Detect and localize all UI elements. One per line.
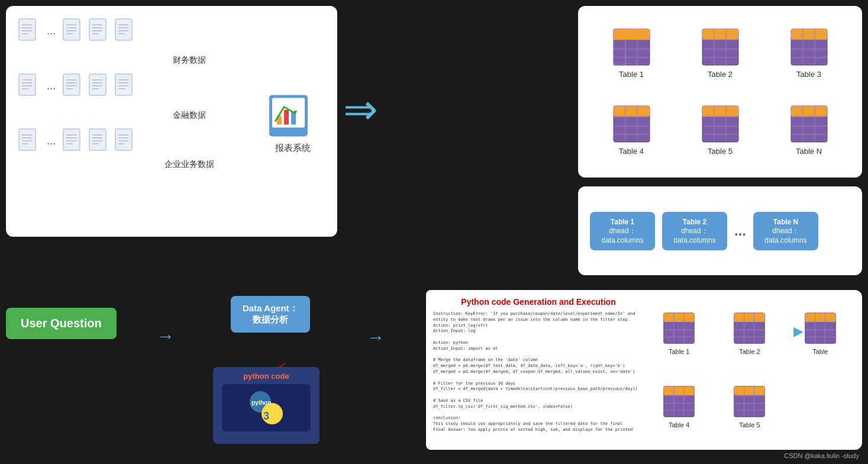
doc-icon bbox=[62, 128, 85, 154]
schema-card-n-subtitle: dhead： data.columns bbox=[761, 226, 810, 244]
svg-rect-25 bbox=[63, 74, 80, 95]
svg-rect-131 bbox=[805, 312, 836, 321]
data-agent-box: Data Agent： 数据分析 bbox=[231, 296, 310, 333]
table-item-2: Table 2 bbox=[701, 28, 740, 79]
svg-rect-117 bbox=[664, 312, 695, 321]
table-n-label: Table N bbox=[796, 147, 822, 156]
data-row-finance: ... bbox=[18, 18, 325, 44]
ellipsis: ... bbox=[47, 80, 56, 92]
schema-panel: Table 1 dhead： data.columns Table 2 dhea… bbox=[578, 186, 862, 275]
report-system: 报表系统 bbox=[266, 89, 320, 154]
table-item-4: Table 4 bbox=[612, 105, 651, 156]
schema-card-1-title: Table 1 bbox=[598, 218, 647, 226]
svg-rect-85 bbox=[791, 29, 827, 40]
svg-rect-40 bbox=[19, 129, 36, 150]
biz-label: 企业业务数据 bbox=[53, 159, 325, 170]
schema-card-n-title: Table N bbox=[761, 218, 810, 226]
doc-icon bbox=[62, 18, 85, 44]
data-agent-label: Data Agent： 数据分析 bbox=[243, 303, 298, 324]
result-table-item-5: Table 5 bbox=[733, 385, 766, 428]
table-2-label: Table 2 bbox=[708, 70, 733, 79]
svg-rect-35 bbox=[115, 74, 132, 95]
bottom-right-panel: Table 1 Table 2 ▶ Table bbox=[637, 290, 862, 450]
left-panel: ... 财务数据 ... 金融数据 ... 企业业务数据 bbox=[6, 6, 337, 237]
doc-icon bbox=[62, 73, 85, 99]
user-question-box: User Question bbox=[6, 308, 117, 339]
svg-rect-63 bbox=[284, 110, 289, 125]
finance-label: 财务数据 bbox=[53, 55, 325, 66]
doc-icon bbox=[88, 18, 111, 44]
table-item-n: Table N bbox=[790, 105, 828, 156]
python-logo-svg: python 3 bbox=[243, 387, 290, 428]
schema-ellipsis: ... bbox=[734, 223, 746, 239]
svg-text:python: python bbox=[251, 399, 271, 406]
agent-to-execution-arrow: → bbox=[367, 327, 385, 347]
table-3-label: Table 3 bbox=[796, 70, 821, 79]
table-icon-5 bbox=[701, 105, 740, 143]
svg-rect-78 bbox=[702, 29, 738, 40]
svg-rect-99 bbox=[702, 106, 738, 117]
user-to-agent-arrow: → bbox=[157, 327, 175, 345]
doc-icon bbox=[18, 128, 40, 154]
schema-card-2: Table 2 dhead： data.columns bbox=[662, 212, 727, 250]
svg-rect-106 bbox=[791, 106, 827, 117]
svg-rect-0 bbox=[19, 19, 36, 40]
schema-card-1-subtitle: dhead： data.columns bbox=[598, 226, 647, 244]
doc-icon bbox=[18, 73, 40, 99]
result-table-2-label: Table 2 bbox=[739, 348, 760, 355]
code-execution-panel: Python code Generation and Execution Ins… bbox=[426, 290, 651, 450]
table-item-3: Table 3 bbox=[790, 28, 828, 79]
python-code-label: python code bbox=[222, 372, 311, 381]
code-panel-title: Python code Generation and Execution bbox=[433, 297, 644, 307]
tables-grid-panel: Table 1 Table 2 Table 3 bbox=[578, 6, 862, 178]
table-item-5: Table 5 bbox=[701, 105, 740, 156]
table-icon-n bbox=[790, 105, 828, 143]
table-item-1: Table 1 bbox=[612, 28, 651, 79]
doc-icon bbox=[18, 18, 40, 44]
svg-rect-55 bbox=[115, 129, 132, 150]
doc-icon bbox=[114, 73, 137, 99]
svg-text:3: 3 bbox=[263, 410, 269, 422]
svg-rect-15 bbox=[115, 19, 132, 40]
svg-rect-30 bbox=[89, 74, 106, 95]
svg-rect-10 bbox=[89, 19, 106, 40]
doc-group-finance: ... bbox=[18, 18, 325, 44]
result-table-4-label: Table 4 bbox=[669, 421, 689, 428]
small-arrow-icon: ▶ bbox=[793, 324, 804, 339]
svg-rect-50 bbox=[89, 129, 106, 150]
report-system-icon bbox=[266, 89, 320, 143]
result-table-item-1: Table 1 bbox=[663, 312, 695, 355]
schema-card-n: Table N dhead： data.columns bbox=[753, 212, 818, 250]
doc-icon bbox=[88, 128, 111, 154]
result-table-icon-5 bbox=[733, 385, 766, 418]
result-table-icon-4 bbox=[663, 385, 695, 418]
doc-icon bbox=[88, 73, 111, 99]
result-table-icon-single bbox=[804, 312, 837, 344]
table-5-label: Table 5 bbox=[708, 147, 733, 156]
doc-icon bbox=[114, 128, 137, 154]
code-panel-text: Instruction: KeyError: 'If you purchase/… bbox=[433, 311, 644, 442]
svg-rect-75 bbox=[637, 29, 650, 40]
result-table-5-label: Table 5 bbox=[739, 421, 760, 428]
doc-icon bbox=[114, 18, 137, 44]
result-table-icon-1 bbox=[663, 312, 695, 344]
python-code-box: python code python 3 bbox=[213, 367, 320, 444]
result-table-item-arrow: ▶ Table bbox=[804, 312, 837, 355]
schema-card-2-title: Table 2 bbox=[670, 218, 719, 226]
table-icon-1 bbox=[612, 28, 651, 66]
ellipsis: ... bbox=[47, 135, 56, 147]
result-table-icon-2 bbox=[733, 312, 766, 344]
watermark: CSDN @kaka.liulin -study bbox=[784, 452, 859, 459]
svg-rect-138 bbox=[664, 386, 695, 395]
result-table-1-label: Table 1 bbox=[669, 348, 689, 355]
result-table-item-4: Table 4 bbox=[663, 385, 695, 428]
result-table-single-label: Table bbox=[812, 348, 828, 355]
table-4-label: Table 4 bbox=[619, 147, 644, 156]
table-1-label: Table 1 bbox=[619, 70, 644, 79]
table-icon-2 bbox=[701, 28, 740, 66]
svg-rect-5 bbox=[63, 19, 80, 40]
svg-rect-74 bbox=[625, 29, 637, 40]
ellipsis: ... bbox=[47, 25, 56, 37]
result-table-item-2: Table 2 bbox=[733, 312, 766, 355]
report-system-label: 报表系统 bbox=[275, 143, 311, 154]
